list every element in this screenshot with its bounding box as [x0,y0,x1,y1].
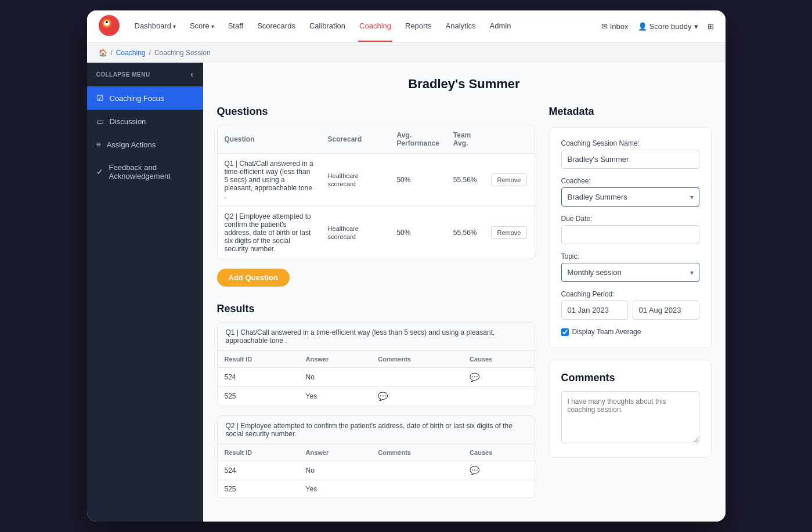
q-remove-1[interactable]: Remove [484,154,535,207]
breadcrumb: 🏠 / Coaching / Coaching Session [87,43,726,63]
nav-item-analytics[interactable]: Analytics [445,11,477,42]
sidebar: COLLAPSE MENU ‹ ☑ Coaching Focus ▭ Discu… [87,63,203,522]
result-table-1: Result ID Answer Comments Causes 524 [218,351,535,406]
r-comments [371,461,463,480]
r-col-comments: Comments [371,444,463,461]
nav-items: Dashboard Score Staff Scorecards Calibra… [133,11,587,42]
comments-title: Comments [561,372,699,384]
comments-card: Comments [549,360,712,458]
two-col-layout: Questions Question Scorecard Avg.Perform… [217,106,712,508]
result-block-title-1: Q1 | Chat/Call answered in a time-effici… [218,323,535,351]
due-date-input[interactable] [561,225,699,244]
q-col-question: Question [218,125,321,154]
list-icon: ≡ [96,140,101,149]
remove-button-1[interactable]: Remove [491,173,528,186]
due-date-group: Due Date: [561,215,699,244]
r-causes: 💬 [463,368,534,387]
result-block-2: Q2 | Employee attempted to confirm the p… [217,415,535,498]
table-row: 525 Yes 💬 [218,387,535,406]
r-id: 525 [218,387,299,406]
r-id: 524 [218,368,299,387]
r-id: 525 [218,480,299,498]
r-col-answer: Answer [299,351,371,368]
coachee-label: Coachee: [561,177,699,185]
q-team-avg-2: 55.56% [446,207,484,259]
q-team-avg-1: 55.56% [446,154,484,207]
results-section-title: Results [217,303,535,315]
coaching-period-end-input[interactable] [633,301,699,320]
result-block-title-2: Q2 | Employee attempted to confirm the p… [218,416,535,444]
nav-right: ✉ Inbox 👤 Score buddy ▾ ⊞ [601,22,714,31]
table-row: 524 No 💬 [218,368,535,387]
sidebar-item-label: Feedback and Acknowledgement [109,163,194,180]
user-icon: 👤 [638,22,647,31]
sidebar-collapse-header: COLLAPSE MENU ‹ [87,63,203,86]
sidebar-item-label: Coaching Focus [110,94,164,103]
breadcrumb-sep1: / [111,49,113,57]
add-question-button[interactable]: Add Question [217,269,290,287]
coachee-group: Coachee: Bradley Summers [561,177,699,207]
right-column: Metadata Coaching Session Name: Coachee:… [549,106,712,458]
nav-item-coaching[interactable]: Coaching [358,11,392,42]
sidebar-item-coaching-focus[interactable]: ☑ Coaching Focus [87,86,203,110]
q-avg-perf-1: 50% [389,154,446,207]
display-team-avg-checkbox[interactable] [561,328,569,336]
score-buddy-button[interactable]: 👤 Score buddy ▾ [638,22,698,31]
chevron-down-icon: ▾ [694,22,698,31]
sidebar-item-feedback[interactable]: ✓ Feedback and Acknowledgement [87,156,203,187]
nav-item-staff[interactable]: Staff [227,11,245,42]
questions-section: Questions Question Scorecard Avg.Perform… [217,106,535,301]
r-col-id: Result ID [218,444,299,461]
breadcrumb-home-icon[interactable]: 🏠 [99,49,107,57]
sidebar-collapse-label: COLLAPSE MENU [96,71,150,78]
comments-textarea[interactable] [561,391,699,443]
inbox-icon: ✉ [601,22,608,31]
inbox-button[interactable]: ✉ Inbox [601,22,629,31]
r-col-comments: Comments [371,351,463,368]
nav-item-scorecards[interactable]: Scorecards [256,11,297,42]
top-nav: Dashboard Score Staff Scorecards Calibra… [87,10,726,43]
metadata-section-title: Metadata [549,106,712,118]
table-row: 525 Yes [218,480,535,498]
q-col-action [484,125,535,154]
q-question-1: Q1 | Chat/Call answered in a time-effici… [218,154,321,207]
nav-item-admin[interactable]: Admin [489,11,513,42]
breadcrumb-current: Coaching Session [154,49,211,57]
checkbox-icon: ☑ [96,93,104,103]
breadcrumb-coaching-link[interactable]: Coaching [116,49,146,57]
session-name-label: Coaching Session Name: [561,139,699,147]
r-answer: No [299,461,371,480]
r-col-causes: Causes [463,351,534,368]
check-icon: ✓ [96,167,103,176]
nav-item-calibration[interactable]: Calibration [308,11,347,42]
coachee-select[interactable]: Bradley Summers [561,187,699,207]
r-col-answer: Answer [299,444,371,461]
result-table-2: Result ID Answer Comments Causes 524 [218,444,535,498]
q-avg-perf-2: 50% [389,207,446,259]
sidebar-item-label: Assign Actions [107,140,156,149]
nav-item-reports[interactable]: Reports [404,11,433,42]
nav-item-score[interactable]: Score [189,11,215,42]
sidebar-item-assign-actions[interactable]: ≡ Assign Actions [87,133,203,156]
sidebar-collapse-arrow[interactable]: ‹ [190,70,193,79]
topic-select[interactable]: Monthly session Weekly session Quarterly… [561,263,699,282]
logo[interactable] [99,15,120,38]
r-causes: 💬 [463,461,534,480]
table-row: Q1 | Chat/Call answered in a time-effici… [218,154,535,207]
grid-menu-button[interactable]: ⊞ [708,22,714,31]
topic-group: Topic: Monthly session Weekly session Qu… [561,252,699,282]
svg-point-3 [106,21,108,23]
display-team-avg-label: Display Team Average [572,328,641,336]
remove-button-2[interactable]: Remove [491,226,528,239]
nav-item-dashboard[interactable]: Dashboard [133,11,177,42]
session-name-input[interactable] [561,150,699,169]
q-remove-2[interactable]: Remove [484,207,535,259]
table-row: 524 No 💬 [218,461,535,480]
q-scorecard-2: Healthcare scorecard [321,207,390,259]
q-col-avg-perf: Avg.Performance [389,125,446,154]
main-content: Bradley's Summer Questions Question [203,63,726,522]
coaching-period-start-input[interactable] [561,301,628,320]
r-answer: Yes [299,480,371,498]
sidebar-item-discussion[interactable]: ▭ Discussion [87,110,203,133]
r-comments [371,368,463,387]
